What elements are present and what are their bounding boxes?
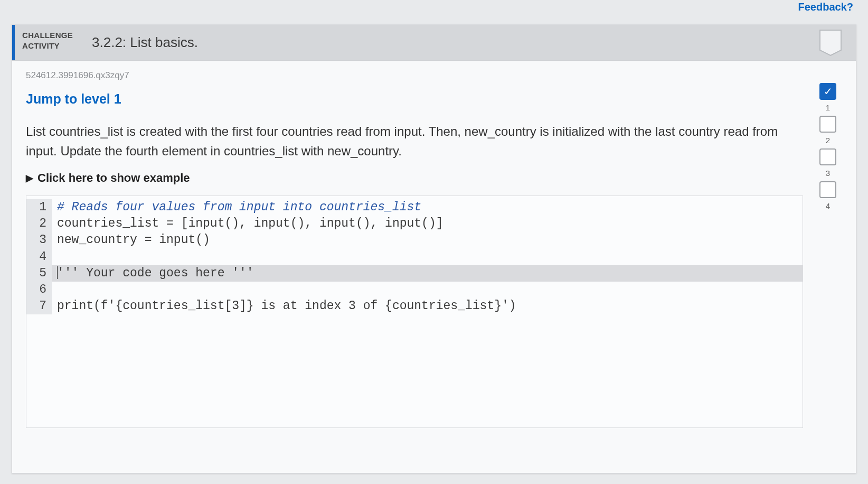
code-editor[interactable]: 1# Reads four values from input into cou… xyxy=(26,196,803,428)
code-text[interactable]: countries_list = [input(), input(), inpu… xyxy=(52,216,803,232)
line-number: 5 xyxy=(26,265,52,282)
level-number: 1 xyxy=(826,103,830,112)
challenge-panel: CHALLENGE ACTIVITY 3.2.2: List basics. 5… xyxy=(12,24,856,473)
code-line[interactable]: 4 xyxy=(26,249,803,265)
challenge-tag: CHALLENGE ACTIVITY xyxy=(12,25,80,60)
line-number: 6 xyxy=(26,282,52,298)
code-line[interactable]: 6 xyxy=(26,282,803,298)
level-nav: ✓1234 xyxy=(814,70,842,428)
activity-title: 3.2.2: List basics. xyxy=(80,25,856,60)
line-number: 1 xyxy=(26,199,52,216)
code-line[interactable]: 5''' Your code goes here ''' xyxy=(26,265,803,282)
challenge-tag-line1: CHALLENGE xyxy=(22,30,73,41)
jump-to-level-link[interactable]: Jump to level 1 xyxy=(26,91,803,107)
code-line[interactable]: 3new_country = input() xyxy=(26,232,803,248)
triangle-right-icon: ▶ xyxy=(26,172,33,184)
text-caret xyxy=(57,266,58,279)
problem-statement: List countries_list is created with the … xyxy=(26,122,803,161)
level-number: 4 xyxy=(826,201,830,210)
session-id: 524612.3991696.qx3zqy7 xyxy=(26,70,803,81)
line-number: 3 xyxy=(26,232,52,248)
challenge-tag-line2: ACTIVITY xyxy=(22,41,73,51)
code-text[interactable]: # Reads four values from input into coun… xyxy=(52,199,803,216)
show-example-toggle[interactable]: ▶ Click here to show example xyxy=(26,171,803,185)
level-box-2[interactable]: 2 xyxy=(819,116,836,133)
level-box-1[interactable]: ✓1 xyxy=(819,83,836,100)
level-box-4[interactable]: 4 xyxy=(819,181,836,198)
level-number: 2 xyxy=(826,136,830,145)
code-text[interactable]: ''' Your code goes here ''' xyxy=(52,265,803,282)
show-example-label: Click here to show example xyxy=(37,171,190,185)
level-box-3[interactable]: 3 xyxy=(819,148,836,165)
content-area: 524612.3991696.qx3zqy7 Jump to level 1 L… xyxy=(12,61,856,439)
code-line[interactable]: 7print(f'{countries_list[3]} is at index… xyxy=(26,298,803,314)
challenge-header: CHALLENGE ACTIVITY 3.2.2: List basics. xyxy=(12,25,856,61)
code-text[interactable]: new_country = input() xyxy=(52,232,803,248)
level-number: 3 xyxy=(826,169,830,178)
line-number: 4 xyxy=(26,249,52,265)
code-line[interactable]: 2countries_list = [input(), input(), inp… xyxy=(26,216,803,232)
feedback-link[interactable]: Feedback? xyxy=(795,0,856,14)
content-main: 524612.3991696.qx3zqy7 Jump to level 1 L… xyxy=(26,70,814,428)
code-line[interactable]: 1# Reads four values from input into cou… xyxy=(26,199,803,216)
line-number: 2 xyxy=(26,216,52,232)
bookmark-icon[interactable] xyxy=(819,29,842,57)
code-text[interactable]: print(f'{countries_list[3]} is at index … xyxy=(52,298,803,314)
line-number: 7 xyxy=(26,298,52,314)
